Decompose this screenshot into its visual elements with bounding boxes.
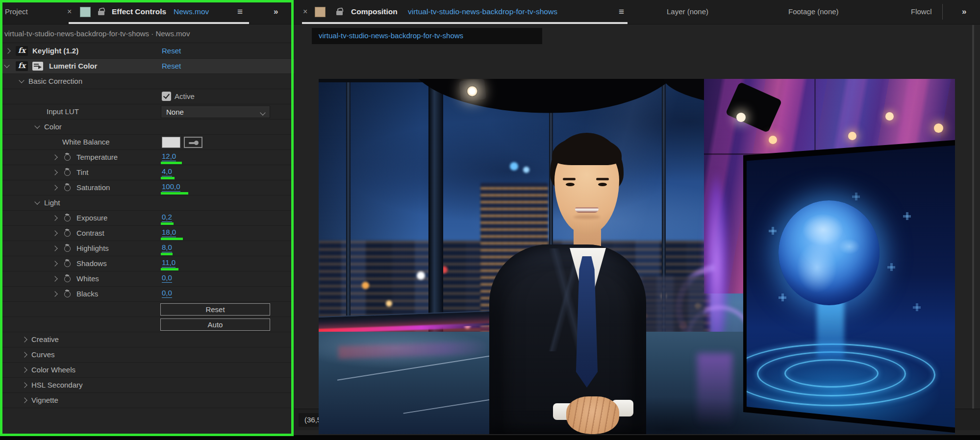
panel-menu-icon[interactable]: ≡ bbox=[619, 0, 624, 23]
reset-button[interactable]: Reset bbox=[160, 303, 270, 316]
group-row-curves[interactable]: Curves bbox=[0, 347, 294, 363]
panel-color-swatch[interactable] bbox=[80, 7, 91, 17]
effect-row-lumetri[interactable]: fx Lumetri Color Reset bbox=[0, 59, 294, 74]
disclosure-arrow-icon[interactable] bbox=[4, 62, 9, 68]
stopwatch-icon[interactable] bbox=[64, 276, 71, 282]
param-value[interactable]: 100,0 bbox=[162, 182, 180, 192]
param-value[interactable]: 0,2 bbox=[162, 213, 172, 222]
annotation-underline bbox=[161, 192, 188, 195]
group-label[interactable]: Basic Correction bbox=[28, 74, 82, 88]
param-value[interactable]: 11,0 bbox=[162, 258, 176, 268]
param-value[interactable]: 8,0 bbox=[162, 243, 172, 252]
disclosure-arrow-icon[interactable] bbox=[22, 352, 27, 357]
dropdown-value: None bbox=[166, 106, 184, 118]
disclosure-arrow-icon[interactable] bbox=[52, 185, 57, 190]
tab-effect-controls[interactable]: Effect Controls bbox=[112, 0, 166, 23]
annotation-underline bbox=[161, 268, 178, 270]
group-row-color[interactable]: Color bbox=[0, 120, 294, 135]
group-label[interactable]: Color Wheels bbox=[31, 363, 75, 377]
disclosure-arrow-icon[interactable] bbox=[52, 170, 57, 175]
white-balance-swatch[interactable] bbox=[162, 137, 180, 148]
disclosure-arrow-icon[interactable] bbox=[34, 123, 40, 128]
disclosure-arrow-icon[interactable] bbox=[34, 199, 40, 204]
stopwatch-icon[interactable] bbox=[64, 185, 71, 191]
param-value[interactable]: 18,0 bbox=[162, 228, 176, 237]
param-row-tint: Tint 4,0 bbox=[0, 165, 294, 180]
group-row-vignette[interactable]: Vignette bbox=[0, 393, 294, 408]
group-row-basic-correction[interactable]: Basic Correction bbox=[0, 74, 294, 89]
group-row-creative[interactable]: Creative bbox=[0, 332, 294, 347]
tab-footage[interactable]: Footage (none) bbox=[788, 0, 839, 23]
effect-name[interactable]: Keylight (1.2) bbox=[32, 44, 78, 58]
group-label[interactable]: Creative bbox=[31, 332, 59, 346]
panel-overflow-icon[interactable]: » bbox=[962, 0, 965, 23]
effect-name[interactable]: Lumetri Color bbox=[49, 59, 97, 73]
group-row-light[interactable]: Light bbox=[0, 196, 294, 211]
disclosure-arrow-icon[interactable] bbox=[52, 154, 57, 160]
effect-row-keylight[interactable]: fx Keylight (1.2) Reset bbox=[0, 44, 294, 59]
disclosure-arrow-icon[interactable] bbox=[22, 367, 27, 372]
stopwatch-icon[interactable] bbox=[64, 170, 71, 176]
param-row-saturation: Saturation 100,0 bbox=[0, 180, 294, 196]
panel-color-swatch[interactable] bbox=[315, 7, 326, 17]
tab-flowchart[interactable]: Flowcl bbox=[911, 0, 932, 23]
group-label[interactable]: HSL Secondary bbox=[31, 378, 83, 392]
active-checkbox[interactable] bbox=[162, 92, 171, 101]
disclosure-arrow-icon[interactable] bbox=[52, 276, 57, 281]
param-row-shadows: Shadows 11,0 bbox=[0, 256, 294, 271]
panel-overflow-icon[interactable]: » bbox=[274, 0, 277, 23]
tab-layer[interactable]: Layer (none) bbox=[667, 0, 708, 23]
group-label[interactable]: Light bbox=[44, 196, 60, 210]
disclosure-arrow-icon[interactable] bbox=[52, 245, 57, 251]
tab-composition-name[interactable]: virtual-tv-studio-news-backdrop-for-tv-s… bbox=[408, 0, 557, 23]
param-label: Shadows bbox=[76, 256, 107, 270]
disclosure-arrow-icon[interactable] bbox=[5, 48, 10, 53]
close-tab-icon[interactable]: × bbox=[67, 0, 72, 23]
stopwatch-icon[interactable] bbox=[64, 261, 71, 267]
param-value[interactable]: 0,0 bbox=[162, 289, 172, 298]
viewer-composition-tab[interactable]: virtual-tv-studio-news-backdrop-for-tv-s… bbox=[312, 28, 542, 44]
param-value[interactable]: 4,0 bbox=[162, 167, 172, 176]
stopwatch-icon[interactable] bbox=[64, 230, 71, 237]
param-value[interactable]: 12,0 bbox=[162, 152, 176, 161]
after-effects-window: Project × Effect Controls News.mov ≡ » v… bbox=[0, 0, 980, 440]
param-row-whites: Whites 0,0 bbox=[0, 271, 294, 287]
group-label[interactable]: Vignette bbox=[31, 393, 58, 407]
reset-effect-link[interactable]: Reset bbox=[162, 44, 181, 58]
close-tab-icon[interactable]: × bbox=[303, 0, 307, 23]
fx-badge-icon[interactable]: fx bbox=[16, 61, 28, 71]
active-tab-underline bbox=[302, 22, 628, 24]
eyedropper-button[interactable] bbox=[184, 137, 202, 148]
stopwatch-icon[interactable] bbox=[64, 154, 71, 161]
stopwatch-icon[interactable] bbox=[64, 215, 71, 221]
group-row-color-wheels[interactable]: Color Wheels bbox=[0, 363, 294, 378]
reset-effect-link[interactable]: Reset bbox=[162, 59, 181, 73]
disclosure-arrow-icon[interactable] bbox=[52, 215, 57, 220]
news-anchor bbox=[319, 79, 955, 434]
unlock-icon[interactable] bbox=[336, 11, 343, 15]
group-label[interactable]: Color bbox=[44, 120, 62, 134]
window-bottom-strip bbox=[0, 435, 980, 440]
param-value[interactable]: 0,0 bbox=[162, 273, 172, 283]
group-row-hsl-secondary[interactable]: HSL Secondary bbox=[0, 378, 294, 393]
anchor-eyebrow bbox=[563, 178, 576, 180]
disclosure-arrow-icon[interactable] bbox=[52, 291, 57, 296]
disclosure-arrow-icon[interactable] bbox=[22, 337, 27, 342]
disclosure-arrow-icon[interactable] bbox=[19, 77, 24, 83]
tab-project[interactable]: Project bbox=[5, 0, 28, 23]
disclosure-arrow-icon[interactable] bbox=[52, 230, 57, 236]
disclosure-arrow-icon[interactable] bbox=[22, 382, 27, 388]
stopwatch-icon[interactable] bbox=[64, 245, 71, 252]
tab-composition[interactable]: Composition bbox=[351, 0, 398, 23]
unlock-icon[interactable] bbox=[98, 11, 104, 15]
tab-target-name[interactable]: News.mov bbox=[174, 0, 209, 23]
lumetri-effect-icon bbox=[32, 62, 43, 71]
panel-menu-icon[interactable]: ≡ bbox=[237, 0, 243, 23]
disclosure-arrow-icon[interactable] bbox=[52, 261, 57, 266]
fx-badge-icon[interactable]: fx bbox=[16, 46, 28, 56]
input-lut-dropdown[interactable]: None bbox=[161, 106, 270, 118]
disclosure-arrow-icon[interactable] bbox=[22, 397, 27, 403]
group-label[interactable]: Curves bbox=[31, 347, 55, 362]
stopwatch-icon[interactable] bbox=[64, 291, 71, 297]
auto-button[interactable]: Auto bbox=[160, 318, 270, 331]
